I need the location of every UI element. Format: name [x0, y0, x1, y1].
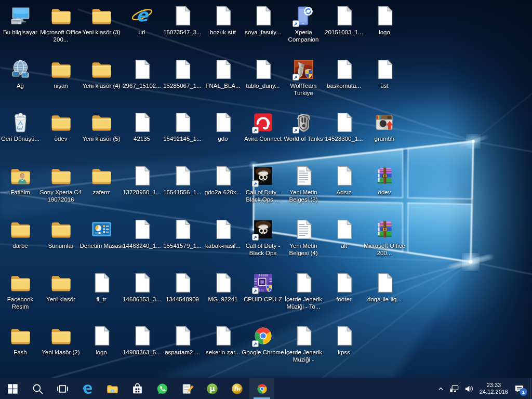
desktop-icon-label: İçerde Jenerik Müziği -	[282, 349, 325, 363]
action-center-button[interactable]: 1	[514, 383, 525, 394]
desktop-icon-label: 42135	[120, 136, 164, 143]
taskbar-utorrent-button[interactable]: µ	[200, 378, 224, 399]
desktop-icon[interactable]: WolfTeam Turkiye	[284, 58, 323, 97]
desktop-icon[interactable]: World of Tanks	[284, 111, 323, 143]
desktop-icon[interactable]: 20151003_1...	[324, 4, 364, 36]
desktop-icon[interactable]: Denetim Masası	[82, 218, 121, 250]
desktop-icon-label: nişan	[39, 83, 83, 90]
desktop-icon[interactable]: soya_fasuly...	[243, 4, 283, 36]
desktop-icon[interactable]: tablo_duny...	[243, 58, 283, 90]
avira-icon	[251, 111, 275, 134]
desktop-icon[interactable]: Facebook Resim	[1, 271, 40, 310]
chrome-icon	[251, 324, 275, 348]
desktop-icon-label: sekerin-zar...	[201, 349, 245, 356]
taskbar-chrome-button[interactable]	[249, 378, 274, 399]
desktop-icon[interactable]: Fash	[1, 324, 40, 356]
desktop-icon[interactable]: Sunumlar	[41, 218, 81, 250]
desktop-icon[interactable]: 14523300_1...	[324, 111, 364, 143]
desktop-icon[interactable]: alt	[324, 218, 364, 250]
folder-icon	[49, 164, 73, 188]
desktop-icon[interactable]: Yeni klasör (5)	[82, 111, 121, 143]
desktop-icon[interactable]: Google Chrome	[243, 324, 283, 356]
taskbar-start-button[interactable]	[0, 378, 25, 399]
desktop-icon[interactable]: kabak-nasil...	[203, 218, 243, 250]
document-icon	[332, 111, 356, 134]
desktop-icon[interactable]: Ağ	[1, 58, 40, 90]
desktop-icon[interactable]: baskomuta...	[324, 58, 364, 90]
desktop-icon[interactable]: logo	[365, 4, 404, 36]
desktop-icon-label: 15541556_1...	[161, 189, 204, 196]
desktop-icon[interactable]: Sony Xperia C4 19072016	[41, 164, 81, 203]
desktop-icon[interactable]: Call of Duty - Black Ops	[243, 218, 283, 257]
desktop-icon[interactable]: Yeni klasör (2)	[41, 324, 81, 356]
taskbar-search-button[interactable]	[25, 378, 50, 399]
tray-chevron-up-icon[interactable]	[437, 385, 445, 393]
desktop-icon[interactable]: Xperia Companion	[284, 4, 323, 43]
desktop-icon[interactable]: 15285067_1...	[163, 58, 202, 90]
taskbar-edge-button[interactable]	[75, 378, 100, 399]
desktop-icon[interactable]: gdo2a-620x...	[203, 164, 243, 196]
desktop-icon[interactable]: 13728950_1...	[122, 164, 162, 196]
desktop-icon[interactable]: üst	[365, 58, 404, 90]
document-icon	[171, 111, 194, 134]
desktop-icon-label: 14523300_1...	[322, 136, 366, 143]
desktop-icon[interactable]: sekerin-zar...	[203, 324, 243, 356]
taskbar-text-editor-button[interactable]	[175, 378, 200, 399]
desktop-icon[interactable]: FNAL_BLA...	[203, 58, 243, 90]
taskbar-whatsapp-button[interactable]	[150, 378, 175, 399]
shortcut-arrow-icon	[292, 127, 299, 134]
desktop-icon[interactable]: Yeni klasör (4)	[82, 58, 121, 90]
desktop-icon[interactable]: ödev	[365, 164, 404, 196]
desktop-icon[interactable]: 14908363_5...	[122, 324, 162, 356]
desktop-icon[interactable]: İçerde Jenerik Müziği - To...	[284, 271, 323, 310]
desktop-icon[interactable]: Yeni klasör	[41, 271, 81, 303]
desktop-icon[interactable]: gdo	[203, 111, 243, 143]
desktop-icon[interactable]: İçerde Jenerik Müziği -	[284, 324, 323, 363]
taskbar-clock[interactable]: 23:33 24.12.2016	[478, 382, 509, 396]
taskbar-store-button[interactable]	[125, 378, 150, 399]
desktop-icon[interactable]: fl_tr	[82, 271, 121, 303]
desktop-icon[interactable]: aspartam2-...	[163, 324, 202, 356]
desktop-icon[interactable]: Yeni Metin Belgesi (3)	[284, 164, 323, 203]
desktop-icon[interactable]: eurl	[122, 4, 162, 36]
desktop-icon[interactable]: Microsoft Office 200...	[365, 218, 404, 257]
desktop-icon[interactable]: 1344548909	[163, 271, 202, 303]
desktop-icon[interactable]: Fatihim	[1, 164, 40, 196]
desktop-icon[interactable]: doga-ile-ilg...	[365, 271, 404, 303]
tray-volume-icon[interactable]	[464, 384, 474, 394]
desktop-icon[interactable]: nişan	[41, 58, 81, 90]
desktop-icon[interactable]: 15073547_3...	[163, 4, 202, 36]
desktop-icon[interactable]: gramblr	[365, 111, 404, 143]
taskbar-task-view-button[interactable]	[50, 378, 75, 399]
taskbar-fireworks-button[interactable]: fw	[224, 378, 249, 399]
desktop-icon[interactable]: 15541556_1...	[163, 164, 202, 196]
desktop-icon[interactable]: 14463240_1...	[122, 218, 162, 250]
desktop-icon[interactable]: CPUID CPU-Z	[243, 271, 283, 303]
desktop-icon[interactable]: footer	[324, 271, 364, 303]
desktop-icon[interactable]: Yeni klasör (3)	[82, 4, 121, 36]
desktop-icon[interactable]: MG_92241	[203, 271, 243, 303]
tray-network-icon[interactable]	[449, 384, 459, 394]
desktop-icon[interactable]: Yeni Metin Belgesi (4)	[284, 218, 323, 257]
desktop-icon[interactable]: 2967_15102...	[122, 58, 162, 90]
gramblr-icon	[373, 111, 396, 134]
desktop[interactable]: Bu bilgisayarAğGeri Dönüşü...Fatihimdarb…	[0, 0, 532, 378]
desktop-icon[interactable]: ödev	[41, 111, 81, 143]
desktop-icon[interactable]: 15541579_1...	[163, 218, 202, 250]
desktop-icon[interactable]: Microsoft Office 200...	[41, 4, 81, 43]
desktop-icon[interactable]: bozuk-süt	[203, 4, 243, 36]
desktop-icon[interactable]: Bu bilgisayar	[1, 4, 40, 36]
taskbar-file-explorer-button[interactable]	[100, 378, 125, 399]
desktop-icon[interactable]: Geri Dönüşü...	[1, 111, 40, 143]
desktop-icon[interactable]: 42135	[122, 111, 162, 143]
desktop-icon[interactable]: 15492145_1...	[163, 111, 202, 143]
desktop-icon[interactable]: kpss	[324, 324, 364, 356]
document-icon	[373, 58, 396, 81]
desktop-icon[interactable]: 14606353_3...	[122, 271, 162, 303]
desktop-icon[interactable]: darbe	[1, 218, 40, 250]
desktop-icon[interactable]: zaferrr	[82, 164, 121, 196]
desktop-icon[interactable]: Call of Duty - Black Ops ...	[243, 164, 283, 203]
desktop-icon[interactable]: Adsız	[324, 164, 364, 196]
desktop-icon[interactable]: logo	[82, 324, 121, 356]
desktop-icon[interactable]: Avira Connect	[243, 111, 283, 143]
